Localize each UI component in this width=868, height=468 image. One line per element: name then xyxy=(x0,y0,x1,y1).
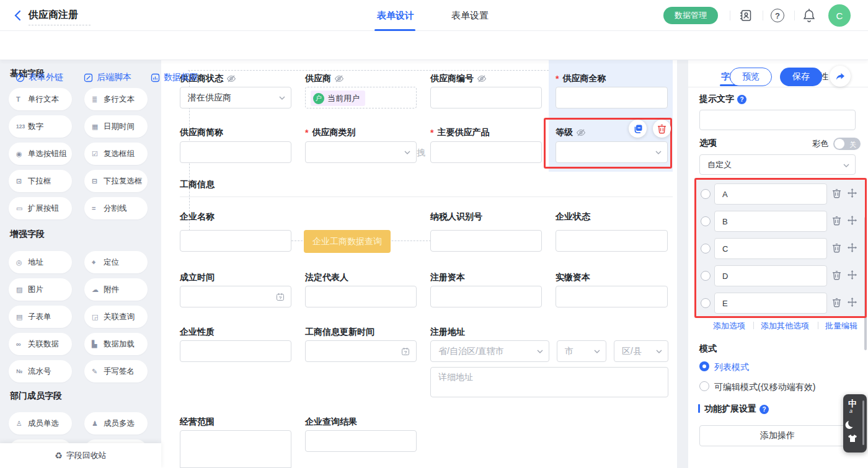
sidebar-item-signature[interactable]: ✎手写签名 xyxy=(84,360,148,382)
hint-text-input[interactable] xyxy=(699,110,856,130)
notification-bell-icon[interactable] xyxy=(803,8,815,22)
legal-rep-input[interactable] xyxy=(305,286,417,307)
save-button[interactable]: 保存 xyxy=(780,68,822,86)
share-button[interactable] xyxy=(830,66,851,87)
floating-tools-widget[interactable]: 中 a xyxy=(843,394,867,453)
sidebar-item-member-multi[interactable]: ♟成员多选 xyxy=(84,412,148,435)
district-select[interactable]: 区/县 xyxy=(614,340,668,362)
supplier-no-input[interactable] xyxy=(430,87,542,108)
add-action-button[interactable]: 添加操作 xyxy=(699,425,856,446)
mode-radio-list[interactable] xyxy=(699,361,709,371)
field-label-company-nature: 企业性质 xyxy=(180,326,215,338)
paidin-capital-input[interactable] xyxy=(556,286,668,307)
batch-edit-link[interactable]: 批量编辑 xyxy=(825,320,857,332)
radio-icon: ◉ xyxy=(16,150,28,158)
query-result-input[interactable] xyxy=(305,430,417,452)
sidebar-item-data-load[interactable]: ▙数据加载 xyxy=(84,333,148,355)
business-scope-textarea[interactable] xyxy=(180,430,291,468)
options-label: 选项 xyxy=(699,138,717,149)
city-select[interactable]: 市 xyxy=(557,340,606,362)
back-icon[interactable] xyxy=(12,9,24,22)
calendar-icon: ▦ xyxy=(92,123,104,131)
grade-select[interactable] xyxy=(556,141,668,163)
option-source-select[interactable]: 自定义 xyxy=(699,154,856,175)
sidebar-item-serial-number[interactable]: №流水号 xyxy=(9,360,72,382)
help-icon[interactable]: ? xyxy=(771,9,784,22)
dark-mode-moon-icon[interactable] xyxy=(848,419,856,427)
company-nature-input[interactable] xyxy=(180,340,291,362)
group-title-business-info: 工商信息 xyxy=(180,179,215,190)
field-label-grade: 等级 xyxy=(556,126,586,139)
sidebar-item-datetime[interactable]: ▦日期时间 xyxy=(84,115,148,138)
mode-editable-label[interactable]: 可编辑模式(仅移动端有效) xyxy=(714,382,815,393)
tab-active-indicator xyxy=(374,29,415,31)
sidebar-item-attachment[interactable]: ☁附件 xyxy=(84,278,148,301)
business-data-lookup-button[interactable]: 企业工商数据查询 xyxy=(304,230,391,253)
group-divider xyxy=(180,196,673,197)
sidebar-item-location[interactable]: ⌖定位 xyxy=(84,251,148,273)
script-icon xyxy=(84,73,93,82)
sidebar-item-member-single[interactable]: ♙成员单选 xyxy=(9,412,72,435)
detail-address-textarea[interactable]: 详细地址 xyxy=(430,367,668,397)
sidebar-item-single-line-text[interactable]: T单行文本 xyxy=(9,88,72,110)
established-date-input[interactable] xyxy=(180,286,291,307)
supplier-fullname-input[interactable] xyxy=(556,87,668,108)
tab-form-design[interactable]: 表单设计 xyxy=(377,10,414,22)
registered-capital-input[interactable] xyxy=(430,286,542,307)
copy-field-button[interactable] xyxy=(629,120,647,138)
sidebar-item-radio-group[interactable]: ◉单选按钮组 xyxy=(9,143,72,165)
sidebar-item-subform[interactable]: ▤子表单 xyxy=(9,306,72,328)
field-recycle-bin[interactable]: ♻ 字段回收站 xyxy=(0,443,161,468)
chevron-down-icon xyxy=(594,350,600,353)
address-book-icon[interactable] xyxy=(739,9,753,22)
supplier-category-select[interactable] xyxy=(305,141,417,163)
tab-form-settings[interactable]: 表单设置 xyxy=(451,10,489,22)
sidebar-item-address[interactable]: ◎地址 xyxy=(9,251,72,273)
address-pin-icon: ◎ xyxy=(16,258,28,267)
panel-divider xyxy=(688,87,868,87)
supplier-shortname-input[interactable] xyxy=(180,141,291,163)
company-name-input[interactable] xyxy=(180,230,291,252)
field-label-established: 成立时间 xyxy=(180,272,215,284)
field-label-business-scope: 经营范围 xyxy=(180,416,215,428)
divider xyxy=(763,11,763,20)
mode-radio-editable[interactable] xyxy=(699,381,709,391)
data-manage-button[interactable]: 数据管理 xyxy=(663,7,718,24)
province-select[interactable]: 省/自治区/直辖市 xyxy=(430,340,549,362)
sidebar-item-image[interactable]: ▨图片 xyxy=(9,278,72,301)
sidebar-item-extend-button[interactable]: ▭扩展按钮 xyxy=(9,197,72,219)
mode-list-label[interactable]: 列表模式 xyxy=(714,362,749,373)
sidebar-item-divider-line[interactable]: =分割线 xyxy=(84,197,148,219)
recycle-icon: ♻ xyxy=(55,451,63,461)
help-badge-icon[interactable]: ? xyxy=(737,95,746,104)
copy-icon xyxy=(633,124,643,134)
color-toggle[interactable]: 关 xyxy=(833,138,861,150)
supplier-field[interactable]: 户 当前用户 xyxy=(305,87,417,108)
user-avatar[interactable]: C xyxy=(828,4,851,27)
sidebar-item-number[interactable]: 123数字 xyxy=(9,115,72,138)
update-time-input[interactable] xyxy=(305,340,417,362)
field-label-query-result: 企业查询结果 xyxy=(305,416,357,428)
sidebar-item-relation-data[interactable]: ∞关联数据 xyxy=(9,333,72,355)
button-icon: ▭ xyxy=(16,205,28,213)
data-permission-button[interactable]: 数据权限 xyxy=(151,72,198,83)
taxpayer-id-input[interactable] xyxy=(430,230,542,252)
company-status-input[interactable] xyxy=(556,230,668,252)
divider xyxy=(794,11,795,20)
supplier-status-select[interactable]: 潜在供应商 xyxy=(180,87,291,108)
help-badge-icon[interactable]: ? xyxy=(760,405,769,414)
preview-button[interactable]: 预览 xyxy=(730,68,772,86)
sidebar-item-multi-dropdown[interactable]: ⊟下拉复选框 xyxy=(84,170,148,192)
delete-field-button[interactable] xyxy=(653,120,671,138)
add-option-link[interactable]: 添加选项 xyxy=(713,320,745,332)
theme-shirt-icon[interactable] xyxy=(848,434,857,443)
multi-dropdown-icon: ⊟ xyxy=(92,177,104,185)
main-products-input[interactable] xyxy=(430,141,542,163)
external-link-button[interactable]: 表单外链 xyxy=(16,72,63,83)
sidebar-item-checkbox-group[interactable]: ☑复选框组 xyxy=(84,143,148,165)
sidebar-item-multi-line-text[interactable]: ≣多行文本 xyxy=(84,88,148,110)
sidebar-item-dropdown[interactable]: ⊡下拉框 xyxy=(9,170,72,192)
add-other-option-link[interactable]: 添加其他选项 xyxy=(761,320,809,332)
backend-script-button[interactable]: 后端脚本 xyxy=(84,72,131,83)
sidebar-item-relation-query[interactable]: ◲关联查询 xyxy=(84,306,148,328)
